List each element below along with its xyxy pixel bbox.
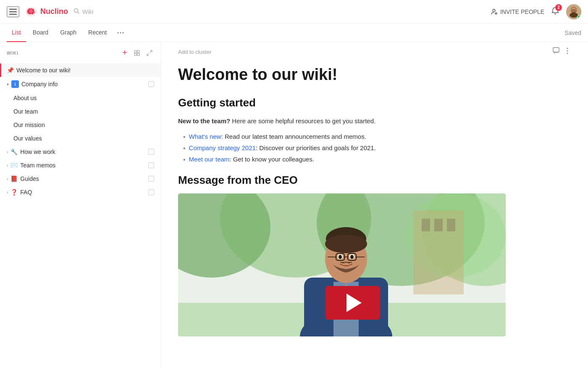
svg-point-14 <box>574 9 575 11</box>
sidebar-about-us-label: About us <box>13 95 154 101</box>
sidebar-actions: + <box>121 47 154 58</box>
sidebar-faq-label: FAQ <box>20 189 146 196</box>
search-input-placeholder: Wiki <box>82 8 93 15</box>
svg-point-13 <box>572 9 573 11</box>
content-header: Add to cluster <box>161 42 588 57</box>
whats-new-link[interactable]: What's new <box>189 133 221 140</box>
sidebar-item-our-team[interactable]: Our team <box>0 105 161 118</box>
expand-arrow-memos-icon: › <box>7 163 8 168</box>
expand-arrow-faq-icon: › <box>7 190 8 195</box>
svg-point-18 <box>123 32 124 33</box>
sidebar: WIKI + 📌 Welcome to our wiki! ▾ <box>0 42 161 368</box>
svg-rect-25 <box>553 48 559 52</box>
search-area[interactable]: Wiki <box>73 8 199 16</box>
sidebar-item-team-memos[interactable]: › ✉️ Team memos <box>0 159 161 172</box>
expand-arrow-icon: ▾ <box>7 82 9 87</box>
svg-point-17 <box>120 32 121 33</box>
play-button[interactable] <box>326 286 380 320</box>
expand-arrow-guides-icon: › <box>7 177 8 181</box>
intro-bold-text: New to the team? <box>178 117 230 124</box>
content-area: Add to cluster Welcome to our wiki! Gett… <box>161 42 588 368</box>
active-indicator <box>0 64 1 77</box>
sidebar-item-our-mission[interactable]: Our mission <box>0 118 161 132</box>
ceo-video[interactable] <box>178 193 506 336</box>
list-item-content: Meet our team: Get to know your colleagu… <box>189 154 315 165</box>
meet-team-suffix: : Get to know your colleagues. <box>229 156 314 163</box>
invite-people-button[interactable]: INVITE PEOPLE <box>491 8 544 15</box>
sidebar-item-checkbox-guides[interactable] <box>148 176 154 182</box>
tab-recent[interactable]: Recent <box>83 24 112 42</box>
brain-icon <box>24 5 38 19</box>
list-item-content: Company strategy 2021: Discover our prio… <box>189 143 376 154</box>
logo-text: Nuclino <box>40 7 68 16</box>
company-strategy-link[interactable]: Company strategy 2021 <box>189 144 256 151</box>
sidebar-how-we-work-label: How we work <box>20 148 146 155</box>
sidebar-items-list: 📌 Welcome to our wiki! ▾ i Company info … <box>0 64 161 368</box>
sidebar-item-company-info[interactable]: ▾ i Company info <box>0 77 161 91</box>
invite-person-icon <box>491 8 498 15</box>
list-item: What's new: Read our latest team announc… <box>183 131 506 143</box>
tab-list[interactable]: List <box>7 24 26 42</box>
content-action-buttons <box>553 47 571 57</box>
tabs-more-button[interactable] <box>113 24 128 42</box>
sidebar-header: WIKI + <box>0 42 161 64</box>
play-button-overlay <box>326 286 380 320</box>
svg-point-28 <box>567 53 568 54</box>
svg-point-51 <box>350 255 354 259</box>
sidebar-item-checkbox-faq[interactable] <box>148 189 154 195</box>
pin-icon: 📌 <box>7 67 14 74</box>
svg-point-16 <box>118 32 119 33</box>
svg-point-50 <box>339 255 342 259</box>
sidebar-item-checkbox[interactable] <box>148 81 154 87</box>
svg-line-5 <box>78 12 79 13</box>
sidebar-our-mission-label: Our mission <box>13 122 154 128</box>
more-options-button[interactable] <box>564 47 571 57</box>
sidebar-expand-button[interactable] <box>132 47 142 58</box>
sidebar-company-info-label: Company info <box>21 81 146 87</box>
meet-team-link[interactable]: Meet our team <box>189 156 230 163</box>
resource-links-list: What's new: Read our latest team announc… <box>183 131 506 166</box>
logo[interactable]: Nuclino <box>24 5 68 19</box>
tab-board[interactable]: Board <box>28 24 53 42</box>
sidebar-item-checkbox-how[interactable] <box>148 149 154 155</box>
menu-button[interactable] <box>7 6 19 17</box>
tabs-bar: List Board Graph Recent Saved <box>0 24 588 42</box>
search-icon <box>73 8 80 16</box>
svg-point-6 <box>493 9 495 12</box>
svg-rect-36 <box>422 219 430 231</box>
sidebar-item-checkbox-memos[interactable] <box>148 162 154 168</box>
sidebar-add-button[interactable]: + <box>121 47 129 58</box>
add-to-cluster-button[interactable]: Add to cluster <box>178 49 212 55</box>
company-strategy-suffix: : Discover our priorities and goals for … <box>256 144 376 151</box>
tab-graph[interactable]: Graph <box>55 24 81 42</box>
sidebar-collapse-button[interactable] <box>145 47 154 58</box>
sidebar-item-guides[interactable]: › 📕 Guides <box>0 172 161 185</box>
sidebar-item-how-we-work[interactable]: › 🔧 How we work <box>0 145 161 159</box>
sidebar-wiki-label: WIKI <box>7 50 117 56</box>
page-title: Welcome to our wiki! <box>178 65 506 85</box>
sidebar-item-about-us[interactable]: About us <box>0 91 161 105</box>
svg-point-27 <box>567 50 568 52</box>
svg-rect-37 <box>434 219 443 231</box>
svg-point-47 <box>325 235 367 253</box>
svg-rect-21 <box>134 53 136 56</box>
svg-point-11 <box>570 13 578 18</box>
invite-people-label: INVITE PEOPLE <box>500 8 544 15</box>
sidebar-item-welcome[interactable]: 📌 Welcome to our wiki! <box>0 64 161 77</box>
sidebar-item-faq[interactable]: › ❓ FAQ <box>0 185 161 199</box>
svg-line-24 <box>147 53 149 56</box>
sidebar-item-our-values[interactable]: Our values <box>0 132 161 145</box>
comment-button[interactable] <box>553 47 560 57</box>
svg-rect-38 <box>447 219 455 231</box>
avatar-online-indicator <box>577 15 581 19</box>
notifications-button[interactable]: 2 <box>551 7 559 17</box>
top-navigation: Nuclino Wiki INVITE PEOPLE 2 <box>0 0 588 24</box>
svg-point-15 <box>572 11 575 13</box>
saved-indicator: Saved <box>564 29 581 36</box>
tools-badge-icon: 🔧 <box>10 148 18 155</box>
sidebar-guides-label: Guides <box>20 175 146 182</box>
list-item-content: What's new: Read our latest team announc… <box>189 131 366 143</box>
user-avatar[interactable] <box>566 4 581 19</box>
sidebar-team-memos-label: Team memos <box>20 162 146 169</box>
notification-badge: 2 <box>555 4 562 11</box>
